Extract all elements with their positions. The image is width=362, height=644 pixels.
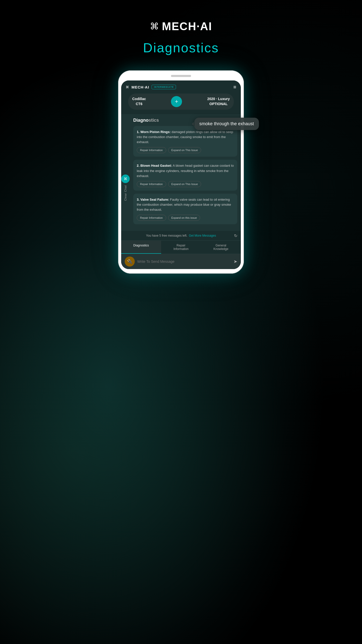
vehicle-year: 2020 · Luxury [207,97,230,102]
vehicle-model: CT6 [132,102,146,107]
tab-general-knowledge[interactable]: General Knowledge [201,241,241,254]
chat-wrapper: ⌘ Clear Chat Diagnostics 1. Worn Piston … [121,114,241,231]
app-logo-icon: ⌘ [126,85,129,89]
logo-text: MECH·AI [162,20,212,33]
app-logo-text: MECH·AI [131,85,149,89]
tab-repair-label: Repair Information [173,244,189,251]
message-input[interactable] [137,260,231,264]
intermediate-badge: INTERMEDIATE [152,85,176,89]
tab-general-label: General Knowledge [213,244,228,251]
page-content: ⌘ MECH·AI Diagnostics smoke through the … [0,0,362,274]
vehicle-trim: OPTIONAL [207,102,230,107]
page-title: Diagnostics [143,40,219,55]
vehicle-name: Codillac [132,97,146,102]
refresh-icon[interactable]: ↻ [234,233,237,238]
free-messages-text: You have 5 free messages left. [146,234,187,237]
logo-area: ⌘ MECH·AI [150,20,212,33]
diag-card-2: 2. Blown Head Gasket: A blown head gaske… [133,160,237,190]
logo-icon: ⌘ [150,21,159,32]
diag-card-2-expand-btn[interactable]: Expand on This Issue [168,181,201,187]
get-more-messages-link[interactable]: Get More Messages [189,234,216,237]
diag-card-3-expand-btn[interactable]: Expand on this issue [168,215,200,221]
obd-icon: 🔌 [125,256,135,267]
diag-card-1: 1. Worn Piston Rings: damaged piston rin… [133,126,237,157]
vehicle-right: 2020 · Luxury OPTIONAL [207,97,230,106]
free-messages-bar: You have 5 free messages left. Get More … [121,231,241,240]
phone-screen: ⌘ MECH·AI INTERMEDIATE ≡ Codillac CT6 + [121,80,241,269]
diag-card-1-text: 1. Worn Piston Rings: damaged piston rin… [137,130,234,145]
app-logo-row: ⌘ MECH·AI INTERMEDIATE [126,85,176,89]
clear-chat-sidebar[interactable]: ⌘ Clear Chat [121,175,130,203]
diag-card-1-actions: Repair Information Expand on This Issue [137,147,234,153]
chat-area: Diagnostics 1. Worn Piston Rings: damage… [121,114,241,231]
tab-repair-information[interactable]: Repair Information [161,241,201,254]
diag-card-3-text: 3. Valve Seal Failure: Faulty valve seal… [137,197,234,212]
tab-bar: Diagnostics Repair Information General K… [121,240,241,254]
speech-bubble: smoke through the exhaust [194,118,259,130]
phone-frame: smoke through the exhaust ⌘ MECH·AI INTE… [118,70,244,274]
diag-card-2-text: 2. Blown Head Gasket: A blown head gaske… [137,163,234,178]
diag-card-3-title: 3. Valve Seal Failure: [137,198,169,201]
send-button[interactable]: ➤ [234,259,237,264]
diag-card-1-repair-btn[interactable]: Repair Information [137,147,166,153]
vehicle-left: Codillac CT6 [132,97,146,106]
diag-card-3: 3. Valve Seal Failure: Faulty valve seal… [133,194,237,224]
add-vehicle-button[interactable]: + [171,96,182,107]
tab-diagnostics[interactable]: Diagnostics [121,241,161,254]
diag-card-2-title: 2. Blown Head Gasket: [137,164,172,167]
clear-chat-avatar: ⌘ [121,175,130,183]
diag-card-3-repair-btn[interactable]: Repair Information [137,215,166,221]
vehicle-bar: Codillac CT6 + 2020 · Luxury OPTIONAL [128,94,234,110]
input-area: 🔌 ➤ [121,254,241,269]
app-header: ⌘ MECH·AI INTERMEDIATE ≡ [121,80,241,94]
diag-card-3-actions: Repair Information Expand on this issue [137,215,234,221]
phone-notch [171,75,191,77]
hamburger-icon[interactable]: ≡ [233,84,236,90]
diag-card-1-expand-btn[interactable]: Expand on This Issue [168,147,201,153]
diag-card-2-actions: Repair Information Expand on This Issue [137,181,234,187]
diag-card-1-title: 1. Worn Piston Rings: [137,130,171,134]
diag-card-2-repair-btn[interactable]: Repair Information [137,181,166,187]
clear-chat-label: Clear Chat [124,183,127,203]
